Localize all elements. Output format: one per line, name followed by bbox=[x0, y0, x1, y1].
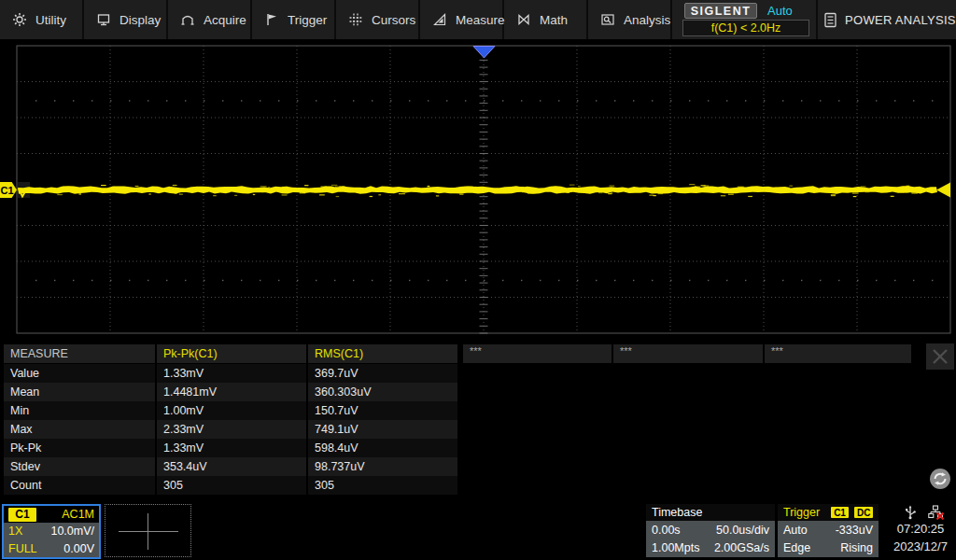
menu-utility-label: Utility bbox=[35, 13, 66, 27]
measure-row-label: Value bbox=[4, 364, 155, 383]
measure-col-pkpk[interactable]: Pk-Pk(C1) bbox=[157, 344, 306, 363]
timebase-row2: 1.00Mpts 2.00GSa/s bbox=[646, 539, 775, 558]
menu-acquire[interactable]: Acquire bbox=[168, 0, 252, 39]
bowtie-icon bbox=[516, 12, 531, 27]
monitor-icon bbox=[96, 12, 111, 27]
channel1-offset: 0.00V bbox=[63, 542, 94, 555]
power-analysis-label: POWER ANALYSIS bbox=[845, 13, 956, 27]
menu-cursors[interactable]: Cursors bbox=[336, 0, 420, 39]
menu-analysis-label: Analysis bbox=[624, 13, 670, 27]
measure-value: 2.33mV bbox=[157, 420, 306, 439]
channel1-vertical-scale: 10.0mV/ bbox=[50, 525, 94, 538]
trigger-position-marker[interactable] bbox=[473, 47, 495, 59]
measure-value: 305 bbox=[157, 476, 306, 495]
trigger-row1: Auto -333uV bbox=[778, 521, 879, 539]
measure-row-label: Pk-Pk bbox=[4, 439, 155, 457]
measure-value: 305 bbox=[308, 476, 457, 495]
trigger-mode: Auto bbox=[783, 524, 808, 537]
crosshair-icon bbox=[148, 513, 148, 550]
trigger-row2: Edge Rising bbox=[778, 539, 879, 558]
measure-row-label: Max bbox=[4, 420, 155, 439]
frequency-counter-readout: f(C1) < 2.0Hz bbox=[682, 20, 809, 36]
timebase-row1: 0.00s 50.0us/div bbox=[646, 521, 775, 539]
channel1-trace bbox=[18, 182, 937, 198]
trigger-coupling-badge: DC bbox=[854, 507, 873, 518]
channel1-bandwidth: FULL bbox=[8, 542, 37, 555]
waveform-display[interactable] bbox=[0, 39, 956, 338]
measure-value: 598.4uV bbox=[308, 439, 457, 457]
menu-power-analysis[interactable]: POWER ANALYSIS bbox=[816, 0, 956, 39]
trigger-source-badge: C1 bbox=[831, 507, 849, 518]
timebase-box[interactable]: Timebase 0.00s 50.0us/div 1.00Mpts 2.00G… bbox=[646, 504, 775, 557]
menu-acquire-label: Acquire bbox=[204, 13, 246, 27]
add-channel-box[interactable] bbox=[105, 504, 191, 557]
channel1-coupling: AC1M bbox=[62, 508, 94, 521]
measure-value: 353.4uV bbox=[157, 457, 306, 476]
channel1-box[interactable]: C1 AC1M 1X 10.0mV/ FULL 0.00V bbox=[2, 504, 101, 559]
oscilloscope-screen: Utility Display Acquire Trigger bbox=[0, 0, 956, 560]
brand-block: SIGLENT Auto f(C1) < 2.0Hz bbox=[674, 0, 818, 39]
clock-date: 2023/12/7 bbox=[885, 538, 956, 555]
measure-value: 1.00mV bbox=[157, 401, 306, 420]
measure-title: MEASURE bbox=[4, 344, 155, 363]
menu-math[interactable]: Math bbox=[504, 0, 588, 39]
measure-value: 150.7uV bbox=[308, 401, 457, 420]
close-icon bbox=[926, 343, 954, 370]
measure-col-empty-3[interactable]: *** bbox=[765, 344, 911, 363]
timebase-samplerate: 2.00GSa/s bbox=[714, 541, 769, 554]
trigger-slope: Rising bbox=[840, 541, 873, 554]
measure-row-label: Count bbox=[4, 476, 155, 495]
measure-row-label: Mean bbox=[4, 383, 155, 401]
trigger-label: Trigger bbox=[783, 506, 820, 519]
measure-col-empty-2[interactable]: *** bbox=[613, 344, 763, 363]
channel1-scale-row: 1X 10.0mV/ bbox=[4, 523, 99, 540]
menu-cursors-label: Cursors bbox=[372, 13, 415, 27]
timebase-delay: 0.00s bbox=[652, 524, 681, 537]
timebase-memory: 1.00Mpts bbox=[652, 541, 699, 554]
measure-close-button[interactable] bbox=[926, 343, 954, 370]
timebase-scale: 50.0us/div bbox=[716, 524, 769, 537]
menu-measure[interactable]: Measure bbox=[420, 0, 504, 39]
measure-value: 360.303uV bbox=[308, 383, 457, 401]
timebase-header: Timebase bbox=[646, 504, 775, 521]
channel1-header: C1 AC1M bbox=[4, 506, 99, 523]
crosshair-icon bbox=[119, 531, 178, 532]
measure-col-empty-1[interactable]: *** bbox=[463, 344, 612, 363]
siglent-logo: SIGLENT bbox=[684, 3, 757, 19]
measure-value: 369.7uV bbox=[308, 364, 457, 383]
menu-display-label: Display bbox=[120, 13, 161, 27]
clock-time: 07:20:25 bbox=[885, 520, 956, 538]
trigger-type: Edge bbox=[783, 541, 810, 554]
measure-col-rms[interactable]: RMS(C1) bbox=[308, 344, 457, 363]
channel1-attenuation: 1X bbox=[8, 525, 22, 538]
channel1-offset-row: FULL 0.00V bbox=[4, 540, 99, 558]
trigger-level-marker[interactable] bbox=[936, 183, 950, 198]
menu-utility[interactable]: Utility bbox=[0, 0, 84, 39]
measure-value: 98.737uV bbox=[308, 457, 457, 476]
menu-measure-label: Measure bbox=[456, 13, 505, 27]
rotate-gesture-icon[interactable] bbox=[927, 466, 953, 492]
trigger-header: Trigger C1 DC bbox=[778, 504, 879, 521]
cursors-grid-icon bbox=[348, 12, 363, 27]
trigger-level: -333uV bbox=[836, 524, 873, 537]
measure-value: 749.1uV bbox=[308, 420, 457, 439]
menu-trigger[interactable]: Trigger bbox=[252, 0, 336, 39]
menu-display[interactable]: Display bbox=[84, 0, 168, 39]
arch-icon bbox=[180, 12, 195, 27]
trigger-box[interactable]: Trigger C1 DC Auto -333uV Edge Rising bbox=[778, 504, 879, 557]
measure-row-label: Min bbox=[4, 401, 155, 420]
document-icon bbox=[823, 12, 837, 28]
clock: 07:20:25 2023/12/7 bbox=[885, 504, 956, 557]
magnifier-box-icon bbox=[600, 12, 615, 27]
timebase-label: Timebase bbox=[652, 506, 702, 519]
measure-value: 1.33mV bbox=[157, 364, 306, 383]
channel1-badge: C1 bbox=[8, 508, 36, 522]
measure-value: 1.4481mV bbox=[157, 383, 306, 401]
flag-icon bbox=[264, 12, 279, 27]
gear-icon bbox=[12, 12, 27, 27]
menu-trigger-label: Trigger bbox=[288, 13, 327, 27]
measure-value: 1.33mV bbox=[157, 439, 306, 457]
acquisition-status: Auto bbox=[767, 4, 793, 18]
menu-analysis[interactable]: Analysis bbox=[588, 0, 672, 39]
menu-math-label: Math bbox=[540, 13, 568, 27]
